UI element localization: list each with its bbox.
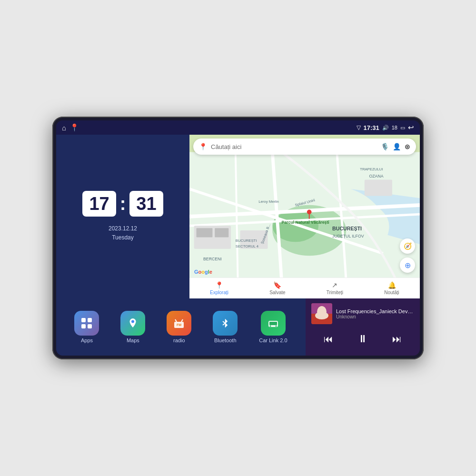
music-track-info: Lost Frequencies_Janieck Devy-... Unknow… bbox=[311, 303, 414, 324]
apps-panel: Apps Maps bbox=[56, 298, 306, 356]
clock-hours: 17 bbox=[82, 191, 116, 217]
map-panel[interactable]: BUCUREȘTI JUDEȚUL ILFOV BERCENI BUCUREȘT… bbox=[189, 135, 420, 298]
app-item-maps[interactable]: Maps bbox=[120, 311, 145, 343]
bluetooth-label: Bluetooth bbox=[214, 337, 236, 343]
svg-text:BUCUREȘTI: BUCUREȘTI bbox=[332, 226, 362, 231]
volume-level: 18 bbox=[392, 125, 397, 130]
svg-rect-23 bbox=[81, 324, 86, 328]
music-panel: Lost Frequencies_Janieck Devy-... Unknow… bbox=[306, 298, 420, 356]
time-display: 17:31 bbox=[364, 124, 379, 131]
clock-display: 17 : 31 bbox=[82, 191, 163, 217]
map-nav-send[interactable]: ↗ Trimiteți bbox=[327, 281, 343, 295]
map-search-text[interactable]: Căutați aici bbox=[211, 143, 377, 150]
music-play-pause-button[interactable]: ⏸ bbox=[354, 331, 372, 347]
main-content: 17 : 31 2023.12.12 Tuesday bbox=[56, 135, 420, 356]
svg-text:OZANA: OZANA bbox=[369, 174, 384, 178]
music-album-art bbox=[311, 303, 332, 324]
svg-rect-31 bbox=[269, 322, 277, 325]
app-item-carlink[interactable]: Car Link 2.0 bbox=[259, 311, 287, 343]
voice-search-icon[interactable]: 🎙️ bbox=[381, 143, 389, 150]
bottom-section: Apps Maps bbox=[56, 298, 420, 356]
volume-icon: 🔊 bbox=[382, 125, 389, 131]
svg-rect-7 bbox=[365, 180, 392, 196]
svg-text:Leroy Merlin: Leroy Merlin bbox=[258, 199, 279, 204]
bell-icon: 🔔 bbox=[388, 281, 396, 289]
app-item-apps[interactable]: Apps bbox=[74, 311, 99, 343]
svg-point-25 bbox=[131, 320, 134, 323]
home-icon[interactable]: ⌂ bbox=[62, 124, 66, 132]
svg-rect-24 bbox=[88, 324, 92, 328]
svg-rect-21 bbox=[81, 318, 86, 322]
maps-pin-icon[interactable]: 📍 bbox=[70, 123, 79, 132]
send-icon: ↗ bbox=[332, 281, 337, 289]
svg-point-37 bbox=[315, 312, 328, 319]
music-title: Lost Frequencies_Janieck Devy-... bbox=[336, 308, 414, 314]
top-section: 17 : 31 2023.12.12 Tuesday bbox=[56, 135, 420, 298]
clock-date: 2023.12.12 Tuesday bbox=[109, 224, 137, 242]
status-right: ▽ 17:31 🔊 18 ▭ ↩ bbox=[357, 123, 415, 132]
music-artist: Unknown bbox=[336, 314, 414, 319]
apps-label: Apps bbox=[81, 337, 93, 343]
location-icon: ⊕ bbox=[405, 261, 411, 270]
app-item-bluetooth[interactable]: Bluetooth bbox=[213, 311, 238, 343]
svg-text:JUDEȚUL ILFOV: JUDEȚUL ILFOV bbox=[332, 234, 364, 238]
screen: ⌂ 📍 ▽ 17:31 🔊 18 ▭ ↩ 17 : bbox=[56, 120, 420, 356]
clock-panel: 17 : 31 2023.12.12 Tuesday bbox=[56, 135, 189, 298]
radio-icon: FM bbox=[167, 311, 191, 336]
svg-text:BUCUREȘTI: BUCUREȘTI bbox=[236, 238, 257, 243]
svg-text:BERCENI: BERCENI bbox=[203, 257, 222, 261]
battery-icon: ▭ bbox=[400, 125, 405, 131]
layers-icon[interactable]: ⊛ bbox=[405, 143, 410, 150]
signal-icon: ▽ bbox=[357, 124, 361, 131]
svg-text:SECTORUL 4: SECTORUL 4 bbox=[236, 244, 259, 248]
radio-label: radio bbox=[173, 337, 185, 343]
status-bar: ⌂ 📍 ▽ 17:31 🔊 18 ▭ ↩ bbox=[56, 120, 420, 135]
apps-icon bbox=[74, 311, 99, 336]
map-nav-explore[interactable]: 📍 Explorați bbox=[210, 281, 228, 295]
map-location-button[interactable]: ⊕ bbox=[400, 258, 415, 273]
svg-line-29 bbox=[181, 319, 183, 322]
bluetooth-icon bbox=[213, 311, 238, 336]
svg-point-32 bbox=[269, 326, 271, 327]
google-logo: Google bbox=[194, 269, 212, 275]
svg-line-28 bbox=[175, 319, 177, 322]
app-item-radio[interactable]: FM radio bbox=[167, 311, 191, 343]
svg-text:TRAPEZULUI: TRAPEZULUI bbox=[360, 167, 383, 171]
svg-text:Parcul Natural Văcărești: Parcul Natural Văcărești bbox=[282, 220, 329, 225]
map-svg: BUCUREȘTI JUDEȚUL ILFOV BERCENI BUCUREȘT… bbox=[189, 135, 420, 298]
account-icon[interactable]: 👤 bbox=[393, 143, 401, 150]
carlink-label: Car Link 2.0 bbox=[259, 337, 287, 343]
svg-rect-22 bbox=[88, 318, 92, 322]
map-search-icons: 🎙️ 👤 ⊛ bbox=[381, 143, 410, 150]
car-head-unit: ⌂ 📍 ▽ 17:31 🔊 18 ▭ ↩ 17 : bbox=[52, 117, 424, 359]
map-bottom-bar: 📍 Explorați 🔖 Salvate ↗ Trimiteți 🔔 bbox=[189, 278, 420, 298]
carlink-icon bbox=[261, 311, 286, 336]
status-left: ⌂ 📍 bbox=[62, 123, 79, 132]
explore-icon: 📍 bbox=[215, 281, 223, 289]
map-nav-saved[interactable]: 🔖 Salvate bbox=[269, 281, 285, 295]
maps-icon bbox=[120, 311, 145, 336]
compass-icon: 🧭 bbox=[404, 242, 412, 250]
google-maps-pin-icon: 📍 bbox=[199, 143, 207, 150]
maps-label: Maps bbox=[127, 337, 139, 343]
music-prev-button[interactable]: ⏮ bbox=[320, 332, 337, 347]
svg-rect-4 bbox=[197, 228, 213, 237]
bookmark-icon: 🔖 bbox=[273, 281, 281, 289]
map-search-bar[interactable]: 📍 Căutați aici 🎙️ 👤 ⊛ bbox=[193, 139, 416, 155]
music-controls: ⏮ ⏸ ⏭ bbox=[311, 331, 414, 347]
clock-colon: : bbox=[120, 195, 126, 213]
back-icon[interactable]: ↩ bbox=[408, 123, 414, 132]
music-text: Lost Frequencies_Janieck Devy-... Unknow… bbox=[336, 308, 414, 319]
svg-text:FM: FM bbox=[177, 323, 181, 327]
svg-point-33 bbox=[275, 326, 277, 327]
map-nav-news[interactable]: 🔔 Noutăți bbox=[384, 281, 399, 295]
clock-minutes: 31 bbox=[129, 191, 163, 217]
music-next-button[interactable]: ⏭ bbox=[388, 332, 406, 347]
map-compass-button[interactable]: 🧭 bbox=[400, 238, 415, 254]
svg-rect-5 bbox=[215, 228, 228, 237]
